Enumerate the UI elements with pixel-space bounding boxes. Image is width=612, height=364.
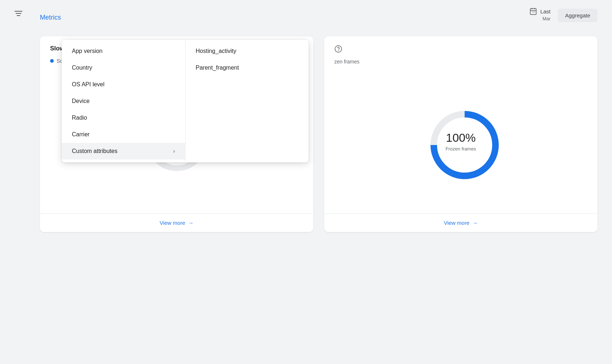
arrow-right-icon-slow: → — [188, 220, 193, 226]
donut-label-frozen: Frozen frames — [446, 146, 476, 152]
card-footer-frozen: View more → — [324, 214, 597, 232]
date-section: Last Mar — [529, 7, 550, 21]
date-last-label: Last — [540, 8, 550, 15]
dropdown-item-country[interactable]: Country — [62, 59, 185, 76]
dropdown-item-label-device: Device — [72, 98, 90, 104]
donut-frozen: 100% Frozen frames — [425, 105, 497, 178]
calendar-row: Last — [529, 7, 550, 15]
dropdown-item-label-parent-fragment: Parent_fragment — [196, 65, 239, 71]
top-right-section: Last Mar Aggregate — [529, 7, 597, 22]
svg-rect-0 — [530, 9, 536, 15]
card-subtitle-frozen: zen frames — [324, 59, 597, 69]
card-header-frozen — [324, 36, 597, 59]
question-icon — [334, 45, 342, 53]
chevron-right-icon: › — [173, 148, 175, 154]
dropdown-item-os-api-level[interactable]: OS API level — [62, 76, 185, 93]
donut-text-frozen: 100% Frozen frames — [446, 131, 476, 152]
dot-icon-slow — [50, 59, 54, 63]
dropdown-left-panel: App version Country OS API level Device … — [62, 40, 185, 162]
card-subtitle-text-frozen: zen frames — [334, 59, 359, 65]
dropdown-item-label-radio: Radio — [72, 115, 87, 121]
dropdown-item-hosting-activity[interactable]: Hosting_activity — [185, 43, 309, 59]
dropdown-item-custom-attributes[interactable]: Custom attributes › — [62, 143, 185, 160]
dropdown-item-app-version[interactable]: App version — [62, 43, 185, 59]
dropdown-item-parent-fragment[interactable]: Parent_fragment — [185, 59, 309, 76]
date-sub: Mar — [542, 16, 550, 21]
filter-button[interactable] — [15, 11, 23, 16]
metrics-label: Metrics — [40, 14, 61, 21]
card-chart-frozen: 100% Frozen frames — [324, 69, 597, 214]
dropdown-menu: App version Country OS API level Device … — [62, 40, 309, 162]
frozen-frames-card: zen frames 100% Frozen frames View more … — [324, 36, 597, 232]
dropdown-item-device[interactable]: Device — [62, 93, 185, 109]
dropdown-right-panel: Hosting_activity Parent_fragment — [185, 40, 309, 162]
calendar-icon — [529, 7, 537, 15]
donut-percent-frozen: 100% — [446, 131, 476, 145]
dropdown-item-label-os-api-level: OS API level — [72, 81, 105, 88]
dropdown-item-label-app-version: App version — [72, 48, 103, 54]
view-more-link-frozen[interactable]: View more → — [444, 220, 478, 226]
card-footer-slow: View more → — [40, 214, 313, 232]
svg-point-8 — [335, 46, 342, 52]
dropdown-item-label-custom-attributes: Custom attributes — [72, 148, 117, 154]
dropdown-item-carrier[interactable]: Carrier — [62, 126, 185, 143]
dropdown-item-radio[interactable]: Radio — [62, 109, 185, 126]
view-more-link-slow[interactable]: View more → — [160, 220, 194, 226]
dropdown-item-label-country: Country — [72, 65, 92, 71]
aggregate-button[interactable]: Aggregate — [558, 9, 597, 22]
view-more-text-frozen: View more — [444, 220, 470, 226]
view-more-text-slow: View more — [160, 220, 185, 226]
dropdown-item-label-hosting-activity: Hosting_activity — [196, 48, 236, 54]
arrow-right-icon-frozen: → — [472, 220, 478, 226]
dropdown-item-label-carrier: Carrier — [72, 131, 90, 138]
